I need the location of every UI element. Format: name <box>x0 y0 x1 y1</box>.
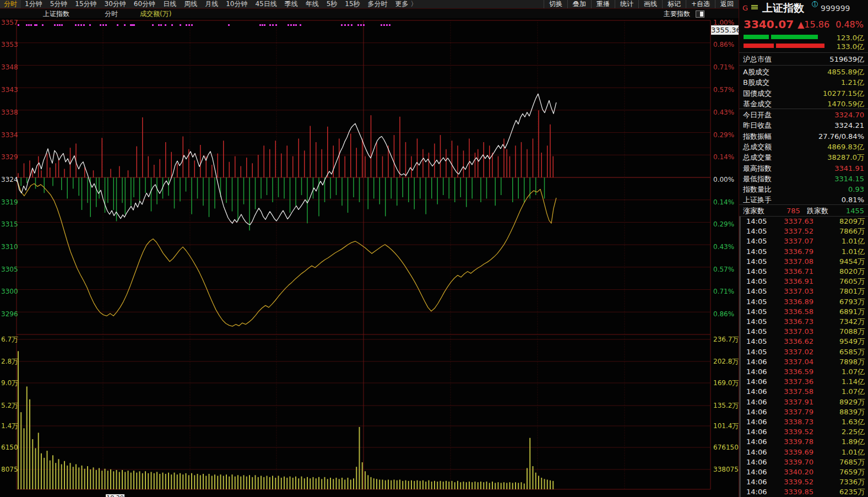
index-name: 上证指数 <box>762 1 804 15</box>
stat-row-基金成交: 基金成交1470.59亿 <box>739 99 868 109</box>
timeframe-季线[interactable]: 季线 <box>281 0 302 8</box>
tick-time: 14:06 <box>746 487 767 497</box>
axis-label: 3348 <box>1 63 18 71</box>
signal-dot <box>54 24 56 26</box>
tick-volume: 7088万 <box>839 327 865 337</box>
tick-price: 3337.03 <box>774 287 813 296</box>
tick-row[interactable]: 14:063337.581.07亿 <box>741 387 868 397</box>
tick-volume: 7801万 <box>839 287 865 296</box>
tick-row[interactable]: 14:063340.207659万 <box>741 467 868 477</box>
action-+自选[interactable]: +自选 <box>686 0 715 8</box>
axis-label: 5.2万 <box>1 402 18 409</box>
signal-dot <box>133 24 135 26</box>
axis-label: 236.7万 <box>713 336 739 343</box>
chart-canvas[interactable]: 3357335333483343333833343329332433193315… <box>0 0 739 497</box>
timeframe-日线[interactable]: 日线 <box>159 0 180 8</box>
timeframe-15分钟[interactable]: 15分钟 <box>71 0 100 8</box>
tick-row[interactable]: 14:063337.047898万 <box>741 357 868 367</box>
stat-row-最高指数: 最高指数3341.91 <box>739 163 868 174</box>
stat-label: 上证换手 <box>743 195 772 205</box>
timeframe-60分钟[interactable]: 60分钟 <box>130 0 159 8</box>
timeframe-1分钟[interactable]: 1分钟 <box>21 0 46 8</box>
tick-row[interactable]: 14:053337.638209万 <box>741 217 868 226</box>
tick-row[interactable]: 14:063339.522.25亿 <box>741 427 868 437</box>
signal-dot <box>171 24 173 26</box>
tick-price: 3336.62 <box>774 337 813 347</box>
main-index-selector[interactable]: 主要指数 <box>664 9 704 19</box>
tick-row[interactable]: 14:063339.707685万 <box>741 457 868 467</box>
action-重播[interactable]: 重播 <box>591 0 615 8</box>
signal-dot <box>186 24 187 26</box>
panel-toggle-icon[interactable] <box>696 10 704 18</box>
bar-segment <box>744 35 769 39</box>
tick-row[interactable]: 14:053337.037801万 <box>741 287 868 296</box>
tick-row[interactable]: 14:053336.737342万 <box>741 317 868 327</box>
tick-row[interactable]: 14:063337.361.14亿 <box>741 377 868 387</box>
tick-row[interactable]: 14:053337.527866万 <box>741 226 868 236</box>
action-返回[interactable]: 返回 <box>715 0 739 8</box>
axis-label: 0.57% <box>713 266 734 273</box>
tick-row[interactable]: 14:053337.089454万 <box>741 257 868 267</box>
tick-row[interactable]: 14:053336.629549万 <box>741 337 868 347</box>
timeframe-10分钟[interactable]: 10分钟 <box>222 0 251 8</box>
tick-row[interactable]: 14:063337.918929万 <box>741 397 868 407</box>
signal-dot <box>34 24 36 26</box>
timeframe-月线[interactable]: 月线 <box>201 0 222 8</box>
signal-dot <box>26 24 28 26</box>
signal-dot <box>130 24 132 26</box>
timeframe-30分钟[interactable]: 30分钟 <box>101 0 130 8</box>
tick-volume: 9549万 <box>839 337 865 347</box>
signal-dot <box>158 24 160 26</box>
action-统计[interactable]: 统计 <box>615 0 638 8</box>
tick-row[interactable]: 14:063338.731.63亿 <box>741 417 868 427</box>
tick-row[interactable]: 14:053337.026585万 <box>741 347 868 357</box>
tick-list[interactable]: 14:053337.638209万14:053337.527866万14:053… <box>739 217 868 497</box>
axis-label: 0.43% <box>713 243 734 251</box>
tick-row[interactable]: 14:053336.917605万 <box>741 277 868 287</box>
axis-label: 9.0万 <box>1 379 18 387</box>
signal-dot <box>389 24 390 26</box>
signal-dot <box>42 24 44 26</box>
tick-row[interactable]: 14:063337.798839万 <box>741 407 868 417</box>
action-标记[interactable]: 标记 <box>662 0 686 8</box>
tick-row[interactable]: 14:053337.037088万 <box>741 327 868 337</box>
menu-lines-icon[interactable] <box>751 5 758 11</box>
action-叠加[interactable]: 叠加 <box>567 0 591 8</box>
tick-row[interactable]: 14:053336.791.01亿 <box>741 247 868 257</box>
tick-row[interactable]: 14:053337.071.01亿 <box>741 236 868 246</box>
timeframe-更多 〉[interactable]: 更多 〉 <box>392 0 421 8</box>
tick-row[interactable]: 14:053336.718020万 <box>741 267 868 277</box>
tick-row[interactable]: 14:063339.856235万 <box>741 487 868 497</box>
tick-row[interactable]: 14:053336.586891万 <box>741 307 868 317</box>
stat-label: 指数振幅 <box>743 131 772 142</box>
tick-row[interactable]: 14:063336.591.07亿 <box>741 367 868 377</box>
tick-row[interactable]: 14:053336.896793万 <box>741 297 868 307</box>
action-切换[interactable]: 切换 <box>544 0 567 8</box>
advancers-decliners-row: 涨家数 785 跌家数 1455 <box>739 206 868 216</box>
signal-dot <box>83 24 85 26</box>
timeframe-年线[interactable]: 年线 <box>302 0 323 8</box>
timeframe-15秒[interactable]: 15秒 <box>341 0 364 8</box>
timeframe-5分钟[interactable]: 5分钟 <box>46 0 72 8</box>
action-画线[interactable]: 画线 <box>638 0 662 8</box>
axis-label: 3319 <box>1 198 18 206</box>
tick-row[interactable]: 14:063339.527336万 <box>741 477 868 487</box>
tick-row[interactable]: 14:063339.691.01亿 <box>741 447 868 457</box>
timeframe-5秒[interactable]: 5秒 <box>323 0 341 8</box>
axis-label: 0.29% <box>713 220 734 228</box>
legend-mode: 分时 <box>105 9 118 19</box>
advance-volume-bar: 123.0亿 <box>739 33 868 41</box>
signal-dot <box>357 24 359 26</box>
axis-label: 2.8万 <box>1 358 18 365</box>
timeframe-多分时[interactable]: 多分时 <box>364 0 392 8</box>
signal-dot <box>272 24 274 26</box>
tick-time: 14:05 <box>746 287 767 296</box>
intraday-chart[interactable]: 3357335333483343333833343329332433193315… <box>0 0 739 497</box>
timeframe-45日线[interactable]: 45日线 <box>251 0 280 8</box>
signal-dot <box>363 24 365 26</box>
timeframe-分时[interactable]: 分时 <box>0 0 21 8</box>
tick-row[interactable]: 14:063339.781.89亿 <box>741 437 868 447</box>
timeframe-周线[interactable]: 周线 <box>180 0 201 8</box>
signal-dot <box>228 24 230 26</box>
signal-dot <box>105 24 107 26</box>
